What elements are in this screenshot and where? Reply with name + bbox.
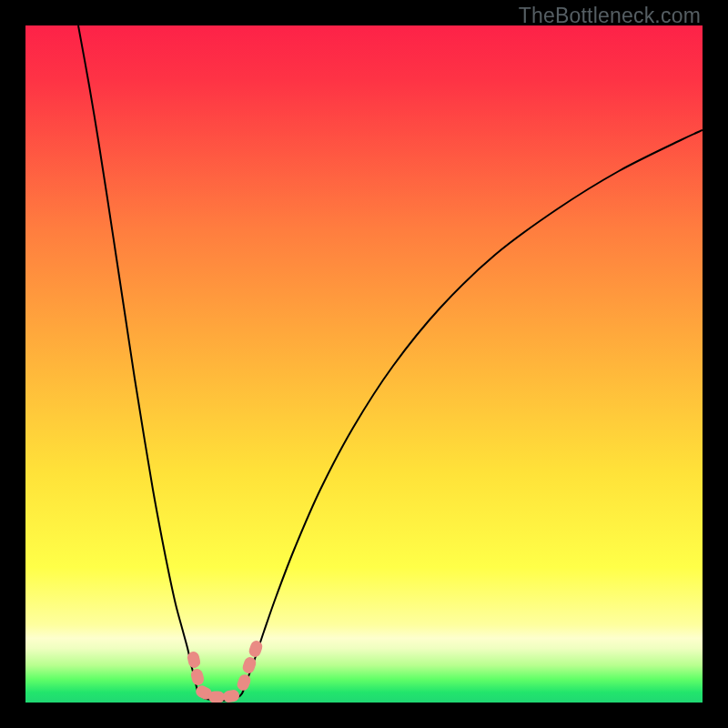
svg-rect-4 (208, 692, 225, 703)
svg-rect-6 (236, 672, 252, 692)
bottleneck-curve (78, 25, 703, 701)
svg-rect-5 (222, 689, 240, 703)
curve-group (78, 25, 703, 701)
marker-group (187, 639, 264, 703)
curve-marker (208, 692, 225, 703)
curve-marker (236, 672, 252, 692)
curve-plot (25, 25, 703, 703)
plot-area (25, 25, 703, 703)
curve-marker (248, 639, 264, 658)
svg-rect-8 (248, 639, 264, 658)
curve-marker (222, 689, 240, 703)
watermark-text: TheBottleneck.com (519, 4, 701, 28)
